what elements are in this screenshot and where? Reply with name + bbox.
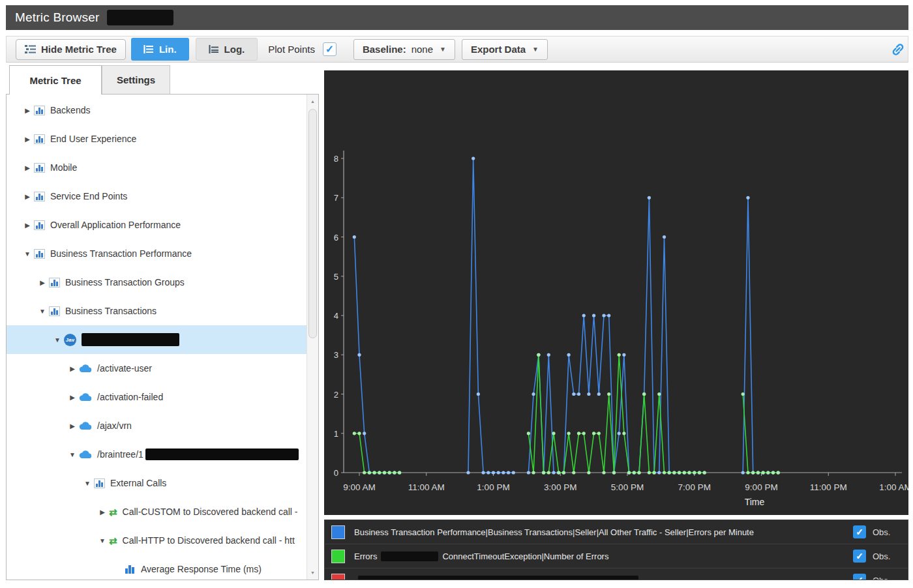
expand-arrow-icon[interactable]: ▶ [66,394,79,401]
svg-text:6: 6 [334,233,338,243]
observed-checkbox[interactable]: ✓ [853,574,866,580]
tree-item[interactable]: ▼⇄Call-HTTP to Discovered backend call -… [7,526,307,555]
collapse-arrow-icon[interactable]: ▼ [66,451,79,458]
plot-points-checkbox[interactable] [323,42,337,56]
log-scale-label: Log. [224,44,245,55]
cloud-icon [79,392,92,402]
svg-text:1:00 PM: 1:00 PM [477,482,509,492]
scroll-up-button[interactable]: ▲ [307,96,318,107]
cloud-icon [79,421,92,430]
tab-metric-tree[interactable]: Metric Tree [9,65,102,95]
scrollbar-thumb[interactable] [308,109,317,338]
expand-arrow-icon[interactable]: ▶ [21,107,34,114]
tree-item[interactable]: ▶Business Transaction Groups [7,268,307,297]
tree-item[interactable]: ▼Business Transactions [7,297,307,325]
cloud-icon [79,364,92,373]
collapse-arrow-icon[interactable]: ▼ [81,480,94,487]
svg-text:8: 8 [334,154,338,164]
legend-row: ✓Obs. [325,568,908,580]
redacted-text [82,333,179,346]
svg-text:5: 5 [334,272,338,282]
legend-label [354,576,642,581]
log-scale-icon [209,45,218,53]
tree-item[interactable]: ▶/activation-failed [7,383,307,411]
tree-item-label: Backends [50,105,90,115]
svg-text:11:00 PM: 11:00 PM [810,482,847,492]
tree-item[interactable]: ▶/ajax/vrn [7,411,307,440]
tree-item[interactable]: ▶End User Experience [7,125,307,153]
legend-rows: Business Transaction Performance|Busines… [325,520,908,580]
external-call-icon: ⇄ [109,507,117,517]
tree-scrollbar[interactable]: ▲ ▼ [307,95,318,580]
expand-arrow-icon[interactable]: ▶ [21,136,34,143]
tree-item[interactable]: ▶Mobile [7,153,307,182]
expand-arrow-icon[interactable]: ▶ [66,422,79,430]
hide-metric-tree-button[interactable]: Hide Metric Tree [16,39,126,60]
baseline-value: none [412,44,433,55]
observed-label: Obs. [873,551,901,561]
svg-text:3:00 PM: 3:00 PM [544,482,576,492]
tab-metric-tree-label: Metric Tree [29,75,81,86]
expand-arrow-icon[interactable]: ▶ [21,164,34,171]
expand-arrow-icon[interactable]: ▶ [21,193,34,200]
collapse-arrow-icon[interactable]: ▼ [96,537,109,544]
redacted-text [145,448,299,460]
baseline-label: Baseline: [363,44,406,55]
metric-tree-icon [25,44,36,54]
caret-down-icon: ▼ [440,46,446,53]
observed-label: Obs. [873,527,901,537]
svg-text:7:00 PM: 7:00 PM [678,482,711,492]
expand-arrow-icon[interactable]: ▶ [96,508,109,516]
tree-item[interactable]: Average Response Time (ms) [7,555,307,580]
tree-item[interactable]: ▶/activate-user [7,354,307,383]
svg-text:7: 7 [334,193,338,203]
bar-chart-icon [34,220,45,230]
chart-series-errors-per-minute [353,156,780,474]
legend-label: ErrorsConnectTimeoutException|Number of … [354,551,608,561]
expand-arrow-icon[interactable]: ▶ [21,222,34,229]
tree-item[interactable]: ▶Overall Application Performance [7,211,307,239]
axes: 0123456789:00 AM11:00 AM1:00 PM3:00 PM5:… [334,151,908,507]
observed-checkbox[interactable]: ✓ [853,525,866,538]
tree-item[interactable]: ▼Business Transaction Performance [7,239,307,268]
svg-text:0: 0 [334,468,338,478]
collapse-arrow-icon[interactable]: ▼ [21,250,34,257]
tab-settings-label: Settings [117,74,155,85]
tree-item-label: /braintree/1 [97,449,143,460]
baseline-dropdown[interactable]: Baseline: none ▼ [353,39,455,60]
tree-item-label: Call-CUSTOM to Discovered backend call - [123,507,298,517]
svg-text:1:00 AM: 1:00 AM [879,482,908,492]
tab-settings[interactable]: Settings [102,65,170,94]
linear-scale-button[interactable]: Lin. [131,38,189,61]
svg-text:3: 3 [334,350,338,360]
collapse-arrow-icon[interactable]: ▼ [36,308,49,315]
share-link-icon[interactable] [890,42,906,57]
tree-item[interactable]: ▼External Calls [7,469,307,497]
tree-item[interactable]: ▶Service End Points [7,182,307,211]
metric-chart[interactable]: 0123456789:00 AM11:00 AM1:00 PM3:00 PM5:… [324,70,908,515]
tree-item[interactable]: ▶⇄Call-CUSTOM to Discovered backend call… [7,497,307,526]
expand-arrow-icon[interactable]: ▶ [36,279,49,286]
tree-item[interactable]: ▼/braintree/1 [7,440,307,469]
legend-color-swatch [331,550,345,563]
tree-item-label: Average Response Time (ms) [141,564,262,574]
export-data-button[interactable]: Export Data ▼ [462,39,548,60]
java-app-icon: Jav [64,334,76,346]
observed-checkbox[interactable]: ✓ [853,550,866,563]
redacted-text [358,576,638,581]
external-call-icon: ⇄ [109,536,117,546]
collapse-arrow-icon[interactable]: ▼ [51,336,64,344]
tree-item[interactable]: ▶Backends [7,96,307,125]
hide-metric-tree-label: Hide Metric Tree [41,44,117,55]
page-title: Metric Browser [15,10,99,25]
scroll-down-button[interactable]: ▼ [307,567,318,578]
redacted-text [381,551,438,561]
tree-item-label: Call-HTTP to Discovered backend call - h… [123,535,295,546]
tree-item[interactable]: ▼Jav [7,325,307,354]
expand-arrow-icon[interactable]: ▶ [66,365,79,372]
log-scale-button[interactable]: Log. [196,38,258,61]
legend-color-swatch [331,574,345,581]
bar-chart-icon [34,249,45,259]
cloud-icon [79,450,92,459]
metric-tree-panel: ▶Backends▶End User Experience▶Mobile▶Ser… [6,94,319,580]
